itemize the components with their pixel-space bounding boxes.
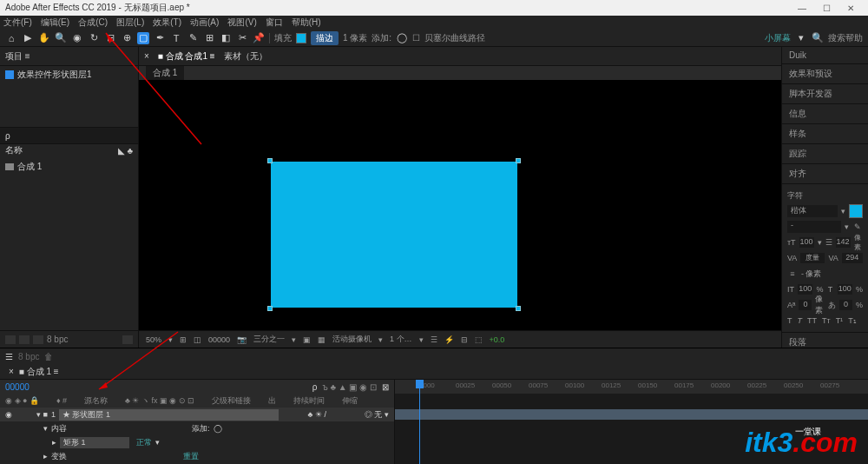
3d-icon[interactable]: ⬚: [475, 335, 483, 344]
folder-icon[interactable]: [5, 335, 16, 344]
rect-mode[interactable]: 正常: [136, 437, 152, 448]
name-column[interactable]: 名称: [5, 144, 23, 156]
fast-preview-icon[interactable]: ⚡: [444, 335, 454, 344]
camera-select[interactable]: 活动摄像机: [332, 334, 372, 345]
superscript-icon[interactable]: T¹: [836, 316, 844, 325]
trash-icon[interactable]: [122, 335, 133, 344]
bit-depth[interactable]: 8 bpc: [47, 335, 68, 344]
time-ruler[interactable]: 0000 00025 00050 00075 00100 00125 00150…: [395, 380, 868, 394]
roto-tool-icon[interactable]: ✂: [236, 32, 248, 44]
zoom-tool-icon[interactable]: 🔍: [55, 32, 67, 44]
anchor-tool-icon[interactable]: ⊕: [121, 32, 133, 44]
sort-icon[interactable]: ◣ ♣: [118, 146, 133, 156]
italic-icon[interactable]: T: [798, 316, 803, 325]
hand-tool-icon[interactable]: ✋: [38, 32, 50, 44]
leading[interactable]: 142: [836, 237, 851, 248]
search-icon[interactable]: 🔍: [812, 32, 824, 44]
minimize-button[interactable]: —: [790, 3, 814, 13]
layer-shape-1[interactable]: ◉ ▾ ■ 1 ★ 形状图层 1 ♣ ☀ / ◎ 无 ▾: [0, 408, 394, 421]
orbit-tool-icon[interactable]: ◉: [71, 32, 83, 44]
project-item-comp[interactable]: 合成 1: [5, 160, 133, 174]
mask-icon[interactable]: ◫: [194, 335, 201, 344]
panel-info[interactable]: 信息: [782, 104, 868, 124]
stroke-label[interactable]: 描边: [311, 31, 339, 45]
panel-spline[interactable]: 样条: [782, 124, 868, 144]
subscript-icon[interactable]: T₁: [848, 316, 857, 325]
fill-swatch[interactable]: [296, 33, 306, 43]
font-select[interactable]: 楷体: [787, 205, 838, 217]
chevron-down-icon[interactable]: ▾: [795, 32, 807, 44]
handle-bottom-right[interactable]: [516, 306, 521, 311]
col-source[interactable]: 源名称: [84, 395, 108, 407]
menu-edit[interactable]: 编辑(E): [41, 17, 69, 29]
roi-icon[interactable]: ▣: [303, 335, 311, 344]
layer-bar[interactable]: [395, 409, 868, 420]
stroke-width[interactable]: 1 像素: [343, 32, 367, 44]
panel-scripts[interactable]: 脚本开发器: [782, 84, 868, 104]
grid-icon[interactable]: ⊞: [180, 335, 187, 344]
home-icon[interactable]: ⌂: [5, 32, 17, 44]
render-queue-icon[interactable]: ☰: [5, 352, 13, 361]
layer-contents[interactable]: ▾ 内容 添加: ◯: [0, 421, 394, 435]
brush-tool-icon[interactable]: ✎: [187, 32, 199, 44]
kerning[interactable]: 度量: [800, 253, 825, 263]
puppet-tool-icon[interactable]: 📌: [253, 32, 265, 44]
workspace-label[interactable]: 小屏幕: [765, 32, 791, 44]
handle-top-right[interactable]: [516, 158, 521, 163]
pixel-aspect-icon[interactable]: ☰: [431, 335, 437, 344]
zoom-level[interactable]: 50%: [146, 335, 161, 344]
search-help[interactable]: 搜索帮助: [828, 32, 863, 44]
col-duration[interactable]: 持续时间: [293, 395, 325, 407]
stamp-tool-icon[interactable]: ⊞: [203, 32, 215, 44]
add-menu-icon[interactable]: ◯: [214, 424, 222, 433]
panel-menu-icon[interactable]: ×: [144, 51, 149, 61]
font-size[interactable]: 100: [799, 237, 814, 248]
col-in[interactable]: 出: [268, 395, 276, 407]
comp-subtab[interactable]: 合成 1: [146, 66, 184, 80]
comp-tab-active[interactable]: ■ 合成 合成1 ≡: [158, 50, 215, 63]
panel-duik[interactable]: Duik: [782, 47, 868, 64]
panel-effects[interactable]: 效果和预设: [782, 64, 868, 84]
camera-tool-icon[interactable]: ⊟: [104, 32, 116, 44]
handle-top-left[interactable]: [267, 158, 273, 163]
menu-layer[interactable]: 图层(L): [116, 17, 144, 29]
handle-bottom-left[interactable]: [267, 306, 273, 311]
baseline[interactable]: 0: [799, 300, 812, 310]
maximize-button[interactable]: ☐: [814, 3, 838, 13]
font-style[interactable]: -: [787, 221, 841, 233]
close-button[interactable]: ✕: [838, 3, 863, 13]
reset-label[interactable]: 重置: [183, 451, 199, 462]
tsume[interactable]: 0: [839, 300, 852, 310]
snapshot-icon[interactable]: 📷: [237, 335, 247, 344]
smallcaps-icon[interactable]: Tт: [822, 316, 831, 325]
hscale[interactable]: 100: [838, 284, 852, 295]
caps-icon[interactable]: TT: [807, 316, 817, 325]
add-menu-icon[interactable]: ◯: [396, 32, 408, 44]
bold-icon[interactable]: T: [787, 316, 792, 325]
menu-view[interactable]: 视图(V): [227, 17, 256, 29]
eyedropper-icon[interactable]: ✎: [852, 222, 863, 231]
layer-transform[interactable]: ▸ 变换 重置: [0, 449, 394, 463]
new-folder-icon[interactable]: [33, 335, 43, 344]
trash-icon[interactable]: 🗑: [44, 352, 53, 361]
col-parent[interactable]: 父级和链接: [212, 395, 251, 407]
menu-effect[interactable]: 效果(T): [153, 17, 181, 29]
search-timeline-icon[interactable]: ρ: [312, 382, 318, 392]
time-display[interactable]: 00000: [208, 335, 230, 344]
bezier-label[interactable]: 贝塞尔曲线路径: [424, 32, 485, 44]
layer-name[interactable]: ★ 形状图层 1: [59, 409, 279, 421]
text-color-swatch[interactable]: [849, 204, 863, 218]
menu-file[interactable]: 文件(F): [3, 17, 32, 29]
text-tool-icon[interactable]: T: [170, 32, 182, 44]
vscale[interactable]: 100: [798, 284, 812, 295]
menu-animation[interactable]: 动画(A): [190, 17, 219, 29]
rectangle-tool-icon[interactable]: ▢: [137, 32, 149, 44]
panel-tracker[interactable]: 跟踪: [782, 144, 868, 164]
timeline-tab[interactable]: ■ 合成 1 ≡: [19, 366, 59, 378]
view-count[interactable]: 1 个…: [390, 334, 412, 345]
playhead[interactable]: [419, 380, 420, 464]
selection-tool-icon[interactable]: ▶: [22, 32, 34, 44]
current-time[interactable]: 00000: [5, 382, 30, 392]
close-tab-icon[interactable]: ×: [9, 367, 14, 376]
tracking[interactable]: 294: [842, 253, 863, 263]
